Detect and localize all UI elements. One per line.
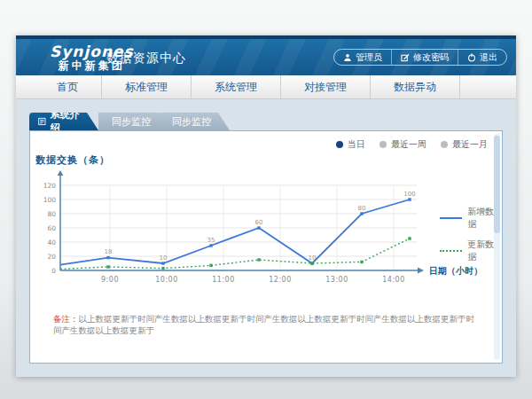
svg-text:35: 35 [207,237,215,244]
radio-unselected-icon [441,141,448,148]
logout-button[interactable]: 退出 [458,50,506,65]
svg-text:13:00: 13:00 [325,276,348,284]
nav-item-data-change[interactable]: 数据异动 [371,75,460,98]
change-password-button[interactable]: 修改密码 [391,50,458,65]
panel-scrollbar[interactable] [494,134,500,360]
logout-label: 退出 [480,51,497,64]
content-area: 系统介绍 同步监控 同步监控 当日 最近一周 [16,99,516,377]
radio-unselected-icon [379,141,387,148]
app-title: 数据资源中心 [106,51,186,66]
green-dotted-line-sample [440,250,462,252]
legend-item-new-data[interactable]: 新增数据 [440,206,502,231]
svg-text:10:00: 10:00 [155,276,178,284]
change-password-label: 修改密码 [413,51,449,64]
svg-text:60: 60 [47,224,56,232]
radio-selected-icon [336,141,343,148]
app-header: Synjones 新中新集团 数据资源中心 管理员 修改 [16,39,516,75]
svg-text:120: 120 [43,182,57,190]
svg-text:100: 100 [403,191,415,198]
nav-item-system-mgmt[interactable]: 系统管理 [192,75,281,98]
power-icon [467,53,476,62]
svg-text:20: 20 [47,253,56,261]
filter-option-last-week[interactable]: 最近一周 [379,138,426,151]
svg-text:60: 60 [255,219,263,226]
nav-item-standard-mgmt[interactable]: 标准管理 [102,75,192,98]
user-icon [343,53,352,62]
svg-text:9:00: 9:00 [101,276,119,284]
svg-text:日期（小时）: 日期（小时） [429,266,482,276]
scrollbar-thumb[interactable] [494,136,500,233]
tab-sync-monitor-2[interactable]: 同步监控 [159,113,230,130]
admin-user-button[interactable]: 管理员 [334,50,391,65]
filter-last-month-label: 最近一月 [452,138,488,151]
document-icon [38,117,46,126]
svg-text:11:00: 11:00 [212,276,235,284]
chart-legend: 新增数据 更新数据 [440,206,502,263]
filter-option-last-month[interactable]: 最近一月 [441,138,488,151]
app-window: Synjones 新中新集团 数据资源中心 管理员 修改 [16,35,516,377]
exchange-chart: 0204060801001209:0010:0011:0012:0013:001… [32,165,502,296]
svg-text:12:00: 12:00 [269,276,292,284]
filter-last-week-label: 最近一周 [391,138,426,151]
tab-sync-monitor-1[interactable]: 同步监控 [98,113,169,130]
admin-user-label: 管理员 [356,51,382,64]
svg-text:40: 40 [47,239,56,246]
legend-item-update-data[interactable]: 更新数据 [440,239,502,263]
svg-text:80: 80 [47,210,56,218]
tab-sync-monitor-2-label: 同步监控 [172,115,211,129]
footnote-text: 以上数据更新于时间产生数据以上数据更新于时间产生数据以上数据更新于时间产生数据以… [53,314,474,335]
main-panel: 当日 最近一周 最近一月 数据交换（条） 0204060801001209:00… [29,130,503,364]
svg-text:14:00: 14:00 [382,276,405,284]
tab-bar: 系统介绍 同步监控 同步监控 [29,113,230,130]
svg-text:0: 0 [51,267,56,275]
page-background: Synjones 新中新集团 数据资源中心 管理员 修改 [0,0,532,399]
tab-system-intro[interactable]: 系统介绍 [29,113,98,130]
user-actions-group: 管理员 修改密码 退出 [333,49,507,66]
svg-text:10: 10 [160,254,168,262]
blue-line-sample [440,217,462,219]
svg-text:10: 10 [309,254,317,262]
footnote-prefix: 备注： [53,314,79,324]
filter-option-today[interactable]: 当日 [336,138,365,151]
footnote: 备注：以上数据更新于时间产生数据以上数据更新于时间产生数据以上数据更新于时间产生… [53,313,475,336]
svg-text:80: 80 [358,205,366,212]
nav-item-home[interactable]: 首页 [34,75,102,98]
filter-today-label: 当日 [348,138,365,151]
tab-sync-monitor-1-label: 同步监控 [112,115,151,129]
svg-text:100: 100 [43,196,57,204]
svg-text:18: 18 [105,248,113,255]
edit-icon [401,53,410,62]
main-nav: 首页 标准管理 系统管理 对接管理 数据异动 [16,75,516,99]
nav-item-interface-mgmt[interactable]: 对接管理 [281,75,371,98]
time-range-filters: 当日 最近一周 最近一月 [336,138,488,151]
